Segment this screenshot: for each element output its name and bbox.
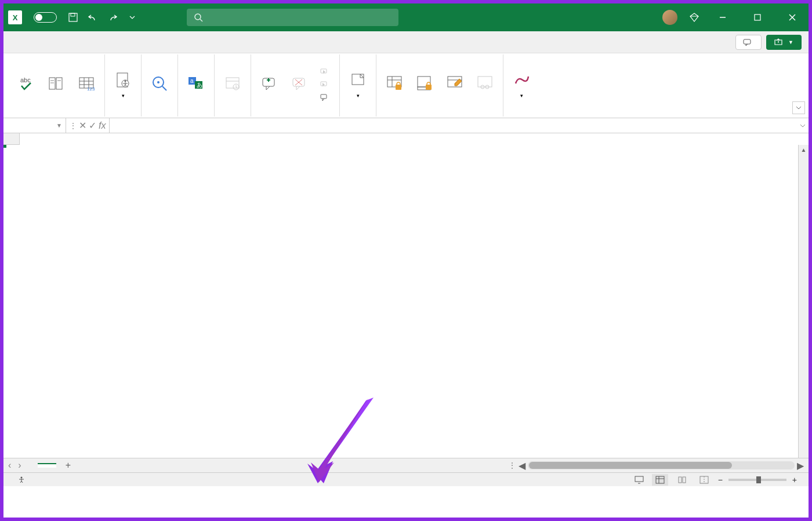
smart-lookup-button[interactable] [145, 73, 174, 96]
autosave-toggle[interactable] [29, 12, 57, 23]
svg-rect-63 [683, 477, 686, 483]
undo-icon[interactable] [87, 12, 99, 23]
hscroll-options-icon[interactable]: ⋮ [508, 461, 516, 470]
show-comments-button[interactable] [317, 91, 334, 104]
check-accessibility-button[interactable]: ▾ [108, 70, 137, 100]
svg-rect-10 [49, 78, 55, 89]
expand-formula-bar-icon[interactable] [799, 122, 806, 129]
translate-button[interactable]: aあ [182, 73, 211, 96]
svg-rect-1 [71, 13, 75, 16]
zoom-out-button[interactable]: − [718, 475, 723, 484]
notes-button[interactable]: ▾ [343, 70, 372, 100]
display-settings-button[interactable] [635, 476, 646, 484]
svg-text:a: a [190, 78, 194, 84]
maximize-button[interactable] [746, 9, 769, 26]
svg-rect-50 [426, 85, 432, 90]
normal-view-button[interactable] [652, 474, 668, 486]
svg-rect-5 [755, 14, 760, 20]
add-sheet-button[interactable]: + [66, 460, 71, 471]
svg-text:あ: あ [197, 82, 202, 88]
active-cell-cursor [3, 145, 6, 147]
svg-rect-8 [744, 39, 751, 44]
comments-button[interactable] [735, 35, 762, 50]
svg-rect-31 [226, 78, 239, 88]
unshare-workbook-button [470, 73, 499, 96]
svg-line-25 [162, 86, 166, 90]
comment-icon [743, 38, 751, 46]
titlebar: X [3, 3, 809, 31]
hscroll-right-icon[interactable]: ▶ [797, 460, 804, 471]
status-bar: − + [3, 472, 809, 486]
search-input[interactable] [187, 9, 398, 26]
protect-workbook-button[interactable] [410, 73, 439, 96]
svg-point-23 [125, 80, 126, 82]
svg-line-3 [200, 19, 202, 21]
share-icon [774, 38, 782, 46]
svg-rect-47 [396, 85, 401, 90]
formula-bar: ▼ ⋮ ✕ ✓ fx [3, 118, 809, 133]
svg-rect-59 [656, 476, 664, 483]
svg-text:123: 123 [87, 86, 95, 92]
ribbon-tabs: ▼ [3, 31, 809, 53]
sheet-nav-next-icon[interactable]: › [18, 460, 21, 471]
cancel-formula-icon[interactable]: ✕ [79, 120, 86, 131]
svg-point-56 [21, 476, 23, 478]
status-accessibility[interactable] [17, 476, 28, 484]
search-icon [194, 13, 203, 22]
share-button[interactable]: ▼ [766, 35, 802, 50]
previous-comment-button [317, 65, 334, 78]
ribbon: abc 123 ▾ [3, 53, 809, 118]
monitor-icon [635, 476, 644, 484]
svg-point-26 [157, 81, 160, 83]
sheet-tab-bar: ‹ › + ⋮ ◀ ▶ [3, 458, 809, 472]
new-comment-button[interactable] [255, 73, 284, 96]
page-break-view-button[interactable] [696, 474, 712, 486]
qat-dropdown-icon[interactable] [126, 12, 138, 23]
svg-text:abc: abc [20, 76, 31, 83]
protect-sheet-button[interactable] [380, 73, 409, 96]
allow-edit-ranges-button[interactable] [440, 73, 469, 96]
minimize-button[interactable] [711, 9, 734, 26]
accessibility-icon [17, 476, 26, 484]
horizontal-scrollbar[interactable] [528, 461, 795, 469]
collapse-ribbon-icon[interactable] [792, 101, 805, 114]
zoom-in-button[interactable]: + [792, 475, 797, 484]
delete-comment-button [285, 73, 314, 96]
spelling-button[interactable]: abc [12, 73, 41, 96]
sheet-nav-prev-icon[interactable]: ‹ [8, 460, 11, 471]
workbook-statistics-button[interactable]: 123 [72, 73, 101, 96]
svg-rect-57 [635, 476, 643, 482]
next-comment-button [317, 78, 334, 91]
show-changes-button [218, 73, 247, 96]
save-icon[interactable] [67, 12, 79, 23]
svg-rect-62 [679, 477, 682, 483]
excel-icon: X [8, 10, 22, 24]
avatar [662, 10, 677, 25]
svg-rect-0 [69, 13, 77, 21]
svg-point-2 [195, 14, 201, 20]
vertical-scrollbar[interactable]: ▲ [798, 145, 809, 458]
user-account[interactable] [658, 10, 677, 25]
thesaurus-button[interactable] [42, 73, 71, 96]
redo-icon[interactable] [107, 12, 118, 23]
sheet-tab[interactable] [38, 463, 56, 468]
close-button[interactable] [781, 9, 804, 26]
accept-formula-icon[interactable]: ✓ [89, 120, 96, 131]
zoom-slider[interactable] [728, 479, 786, 481]
name-box[interactable]: ▼ [3, 118, 66, 133]
hide-ink-button[interactable]: ▾ [507, 70, 536, 100]
svg-rect-53 [478, 76, 492, 87]
select-all-corner[interactable] [3, 133, 20, 145]
diamond-icon[interactable] [689, 12, 699, 23]
page-layout-view-button[interactable] [674, 474, 690, 486]
fx-icon[interactable]: fx [99, 121, 106, 131]
hscroll-left-icon[interactable]: ◀ [519, 460, 525, 471]
svg-rect-42 [321, 94, 327, 99]
svg-rect-11 [56, 78, 62, 89]
